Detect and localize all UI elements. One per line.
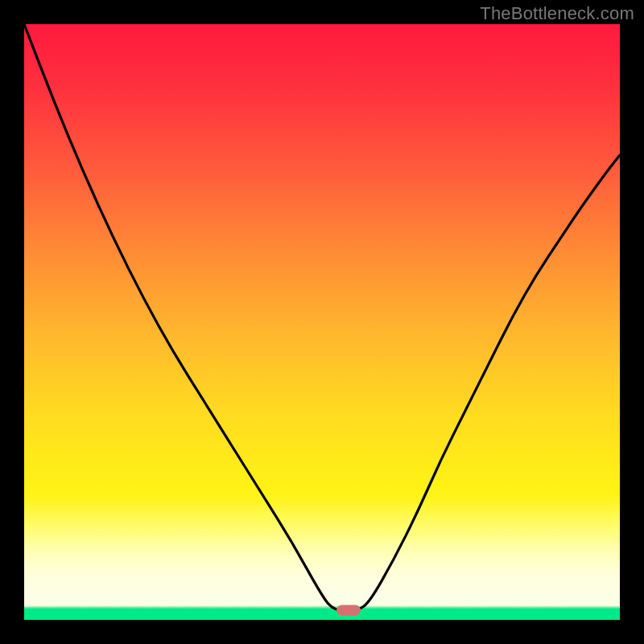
plot-area [24,24,620,620]
watermark-text: TheBottleneck.com [480,3,634,24]
curve-svg [24,24,620,620]
optimum-marker-icon [336,605,361,616]
chart-container: TheBottleneck.com [0,0,644,644]
v-curve [24,24,620,611]
